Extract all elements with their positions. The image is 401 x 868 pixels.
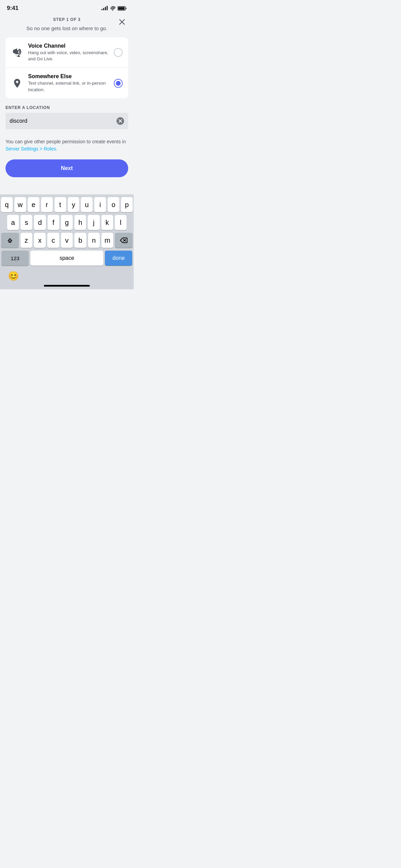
voice-channel-title: Voice Channel <box>28 43 109 49</box>
location-input[interactable] <box>10 118 117 124</box>
keyboard-emoji-bar: 😊 <box>1 268 133 284</box>
status-icons <box>101 6 127 11</box>
somewhere-else-title: Somewhere Else <box>28 73 109 80</box>
permission-static-text: You can give other people permission to … <box>5 139 126 144</box>
key-g[interactable]: g <box>61 215 73 230</box>
key-x[interactable]: x <box>34 233 46 248</box>
key-j[interactable]: j <box>88 215 99 230</box>
close-button[interactable] <box>117 17 127 27</box>
status-bar: 9:41 <box>0 0 134 14</box>
permission-text: You can give other people permission to … <box>0 133 134 153</box>
next-button-label: Next <box>61 165 73 171</box>
svg-rect-9 <box>9 241 11 242</box>
server-settings-link[interactable]: Server Settings > Roles. <box>5 146 57 152</box>
keyboard-row-2: a s d f g h j k l <box>1 215 133 230</box>
key-l[interactable]: l <box>115 215 126 230</box>
key-m[interactable]: m <box>101 233 113 248</box>
voice-icon <box>11 46 23 59</box>
step-label: STEP 1 OF 3 <box>53 17 81 22</box>
key-u[interactable]: u <box>81 197 93 212</box>
key-i[interactable]: i <box>94 197 106 212</box>
somewhere-else-desc: Text channel, external link, or in-perso… <box>28 80 109 93</box>
somewhere-else-radio[interactable] <box>114 79 123 88</box>
location-pin-icon <box>11 77 23 89</box>
voice-channel-text: Voice Channel Hang out with voice, video… <box>28 43 109 62</box>
key-f[interactable]: f <box>48 215 59 230</box>
svg-marker-4 <box>13 48 17 55</box>
space-key[interactable]: space <box>31 251 104 266</box>
voice-channel-radio[interactable] <box>114 48 123 57</box>
wifi-icon <box>110 6 116 11</box>
keyboard-row-3: z x c v b n m <box>1 233 133 248</box>
key-t[interactable]: t <box>54 197 66 212</box>
key-y[interactable]: y <box>68 197 80 212</box>
key-e[interactable]: e <box>28 197 39 212</box>
clear-input-button[interactable] <box>117 117 124 125</box>
voice-channel-option[interactable]: Voice Channel Hang out with voice, video… <box>5 37 128 68</box>
svg-rect-1 <box>118 7 125 10</box>
key-c[interactable]: c <box>47 233 59 248</box>
key-o[interactable]: o <box>108 197 119 212</box>
channel-type-card: Voice Channel Hang out with voice, video… <box>5 37 128 98</box>
key-v[interactable]: v <box>61 233 73 248</box>
key-n[interactable]: n <box>88 233 100 248</box>
somewhere-else-text: Somewhere Else Text channel, external li… <box>28 73 109 93</box>
key-b[interactable]: b <box>74 233 86 248</box>
svg-point-6 <box>16 81 19 83</box>
keyboard: q w e r t y u i o p a s d f g h j k l z … <box>0 194 134 289</box>
key-p[interactable]: p <box>121 197 133 212</box>
key-a[interactable]: a <box>7 215 19 230</box>
location-input-wrap[interactable] <box>5 113 128 129</box>
keyboard-row-1: q w e r t y u i o p <box>1 197 133 212</box>
home-indicator <box>44 285 90 287</box>
key-z[interactable]: z <box>21 233 32 248</box>
backspace-key[interactable] <box>115 233 133 248</box>
status-time: 9:41 <box>7 5 19 12</box>
key-s[interactable]: s <box>21 215 32 230</box>
key-h[interactable]: h <box>74 215 86 230</box>
key-d[interactable]: d <box>34 215 46 230</box>
emoji-icon[interactable]: 😊 <box>8 271 19 281</box>
done-key[interactable]: done <box>105 251 132 266</box>
radio-inner-dot <box>116 81 121 86</box>
keyboard-bottom-row: 123 space done <box>1 251 133 266</box>
key-k[interactable]: k <box>101 215 113 230</box>
key-q[interactable]: q <box>1 197 13 212</box>
signal-icon <box>101 6 108 10</box>
somewhere-else-option[interactable]: Somewhere Else Text channel, external li… <box>5 68 128 98</box>
step-header: STEP 1 OF 3 <box>0 14 134 23</box>
shift-key[interactable] <box>1 233 19 248</box>
location-label: ENTER A LOCATION <box>5 105 128 110</box>
battery-icon <box>118 6 127 11</box>
numbers-key[interactable]: 123 <box>1 251 29 266</box>
key-r[interactable]: r <box>41 197 53 212</box>
location-section: ENTER A LOCATION <box>0 98 134 133</box>
next-button[interactable]: Next <box>5 159 128 177</box>
voice-channel-desc: Hang out with voice, video, screenshare,… <box>28 50 109 62</box>
subtitle-text: So no one gets lost on where to go. <box>0 23 134 37</box>
key-w[interactable]: w <box>14 197 26 212</box>
